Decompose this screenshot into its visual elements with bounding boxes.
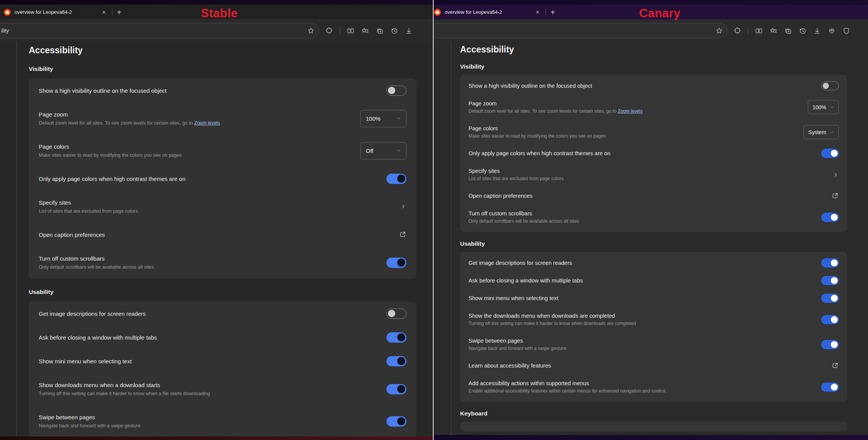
desktop-background-strip bbox=[0, 437, 433, 440]
downloads-icon[interactable] bbox=[813, 27, 821, 35]
collections-icon[interactable] bbox=[376, 27, 384, 35]
row-title: Ask before closing a window with multipl… bbox=[469, 277, 583, 284]
toggle-show-a-high-visibility-outline-on-the-fo[interactable] bbox=[821, 81, 839, 90]
new-tab-button[interactable]: + bbox=[546, 8, 560, 16]
tab-overview[interactable]: overview for Leopeva64-2 ✕ bbox=[0, 5, 112, 20]
toggle-track[interactable] bbox=[821, 315, 839, 324]
toggle-track[interactable] bbox=[386, 309, 406, 319]
select-value: System bbox=[808, 129, 826, 135]
extensions-icon[interactable] bbox=[325, 27, 333, 35]
browser-essentials-icon[interactable] bbox=[828, 27, 836, 35]
toggle-knob bbox=[831, 341, 838, 348]
shield-icon[interactable] bbox=[842, 27, 850, 35]
external-link-icon[interactable] bbox=[831, 362, 839, 369]
toggle-only-apply-page-colors-when-high-contras[interactable] bbox=[821, 149, 839, 158]
toggle-knob bbox=[397, 175, 405, 183]
toggle-knob bbox=[397, 385, 405, 393]
row-text: Open caption preferences bbox=[39, 228, 105, 242]
toggle-show-downloads-menu-when-a-download-star[interactable] bbox=[386, 384, 406, 394]
favorites-icon[interactable] bbox=[361, 27, 369, 35]
toggle-get-image-descriptions-for-screen-reader[interactable] bbox=[386, 309, 406, 319]
history-icon[interactable] bbox=[799, 27, 807, 35]
bookmark-star-icon[interactable] bbox=[307, 27, 315, 34]
select-button[interactable]: System bbox=[804, 125, 839, 139]
url-omnibox[interactable]: ility bbox=[0, 23, 319, 38]
toggle-show-the-downloads-menu-when-downloads-a[interactable] bbox=[821, 315, 839, 324]
select-page-zoom[interactable]: 100% bbox=[808, 100, 839, 114]
toggle-track[interactable] bbox=[821, 81, 839, 90]
downloads-icon[interactable] bbox=[405, 27, 413, 35]
new-tab-button[interactable]: + bbox=[112, 8, 126, 16]
toggle-track[interactable] bbox=[386, 174, 406, 184]
split-screen-icon[interactable] bbox=[755, 27, 763, 35]
toggle-track[interactable] bbox=[821, 213, 839, 222]
tab-close-icon[interactable]: ✕ bbox=[534, 9, 541, 16]
row-text: Show mini menu when selecting text bbox=[39, 354, 132, 368]
external-link-icon[interactable] bbox=[831, 192, 839, 200]
toggle-track[interactable] bbox=[821, 276, 839, 285]
row-show-the-downloads-menu-when-downloads-a: Show the downloads menu when downloads a… bbox=[460, 307, 847, 332]
external-link-icon[interactable] bbox=[399, 231, 406, 238]
row-subtitle-text: Only default scrollbars will be availabl… bbox=[469, 218, 579, 224]
toggle-track[interactable] bbox=[821, 149, 839, 158]
select-page-zoom[interactable]: 100% bbox=[360, 110, 406, 127]
split-screen-icon[interactable] bbox=[347, 27, 355, 35]
select-button[interactable]: Off bbox=[360, 142, 406, 159]
row-title: Only apply page colors when high contras… bbox=[469, 150, 610, 156]
toggle-track[interactable] bbox=[386, 384, 406, 394]
reddit-favicon bbox=[434, 9, 441, 16]
toggle-track[interactable] bbox=[821, 294, 839, 303]
toggle-only-apply-page-colors-when-high-contras[interactable] bbox=[386, 174, 406, 184]
row-subtitle: Enable additional accessibility features… bbox=[469, 388, 666, 394]
tab-overview[interactable]: overview for Leopeva64-2 ✕ bbox=[434, 5, 546, 20]
toggle-turn-off-custom-scrollbars[interactable] bbox=[386, 258, 406, 268]
toggle-add-accessibility-actions-within-support[interactable] bbox=[821, 383, 839, 392]
toggle-ask-before-closing-a-window-with-multipl[interactable] bbox=[386, 332, 406, 343]
row-subtitle: Navigate back and forward with a swipe g… bbox=[39, 423, 140, 429]
link-zoom-levels[interactable]: Zoom levels bbox=[618, 108, 643, 114]
page-title: Accessibility bbox=[460, 44, 847, 55]
extensions-icon[interactable] bbox=[733, 27, 741, 35]
select-button[interactable]: 100% bbox=[808, 100, 839, 114]
toggle-track[interactable] bbox=[386, 416, 406, 427]
url-omnibox[interactable] bbox=[434, 23, 727, 38]
desktop-background-strip bbox=[434, 435, 868, 440]
toggle-ask-before-closing-a-window-with-multipl[interactable] bbox=[821, 276, 839, 285]
collections-icon[interactable] bbox=[784, 27, 792, 35]
favorites-icon[interactable] bbox=[769, 27, 778, 35]
toggle-track[interactable] bbox=[821, 340, 839, 349]
settings-card-usability: Get image descriptions for screen reader… bbox=[460, 252, 847, 402]
row-subtitle: Make sites easier to read by modifying t… bbox=[469, 133, 606, 139]
history-icon[interactable] bbox=[390, 27, 398, 35]
toggle-swipe-between-pages[interactable] bbox=[386, 416, 406, 427]
toggle-turn-off-custom-scrollbars[interactable] bbox=[821, 213, 839, 222]
toggle-show-mini-menu-when-selecting-text[interactable] bbox=[821, 294, 839, 303]
row-get-image-descriptions-for-screen-reader: Get image descriptions for screen reader… bbox=[29, 302, 416, 325]
toggle-get-image-descriptions-for-screen-reader[interactable] bbox=[821, 258, 839, 268]
toggle-track[interactable] bbox=[821, 258, 839, 268]
select-value: 100% bbox=[812, 104, 826, 110]
toggle-swipe-between-pages[interactable] bbox=[821, 340, 839, 349]
row-title: Get image descriptions for screen reader… bbox=[39, 310, 146, 317]
toggle-track[interactable] bbox=[386, 85, 406, 96]
toggle-show-a-high-visibility-outline-on-the-fo[interactable] bbox=[386, 85, 406, 96]
row-text: Turn off custom scrollbarsOnly default s… bbox=[39, 251, 154, 274]
select-button[interactable]: 100% bbox=[360, 110, 406, 127]
toggle-show-mini-menu-when-selecting-text[interactable] bbox=[386, 356, 406, 366]
select-page-colors[interactable]: Off bbox=[360, 142, 406, 159]
bookmark-star-icon[interactable] bbox=[715, 27, 723, 34]
select-page-colors[interactable]: System bbox=[804, 125, 839, 139]
desktop-background-strip bbox=[434, 0, 868, 5]
url-text: ility bbox=[1, 28, 9, 34]
address-bar: ility bbox=[0, 20, 433, 41]
link-zoom-levels[interactable]: Zoom levels bbox=[194, 120, 220, 126]
chevron-right-icon[interactable] bbox=[400, 204, 406, 210]
toggle-track[interactable] bbox=[386, 258, 406, 268]
tab-close-icon[interactable]: ✕ bbox=[100, 9, 107, 16]
row-text: Page zoomDefault zoom level for all site… bbox=[469, 97, 643, 118]
toggle-track[interactable] bbox=[386, 332, 406, 343]
toggle-track[interactable] bbox=[386, 356, 406, 366]
row-subtitle-text: Make sites easier to read by modifying t… bbox=[39, 153, 182, 158]
chevron-right-icon[interactable] bbox=[833, 172, 839, 178]
toggle-track[interactable] bbox=[821, 383, 839, 392]
